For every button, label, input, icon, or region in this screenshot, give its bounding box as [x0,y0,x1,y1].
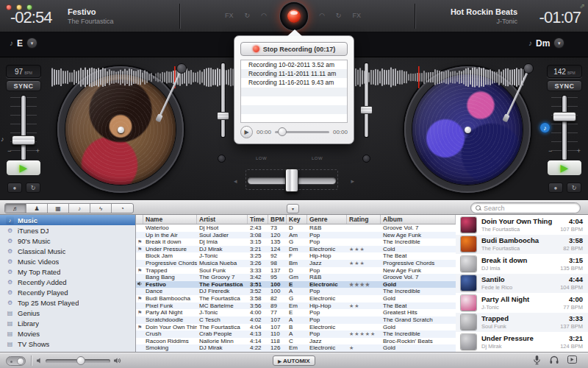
left-loop-button[interactable]: ↻ [26,183,40,193]
preview-scrub-track[interactable] [275,131,329,133]
queue-item[interactable]: Under PressureDj Mirak3:21124 BPM [456,332,588,352]
table-row[interactable]: ScratchdoodleC Tesch4:02107APopThe Grand… [136,316,456,324]
search-field[interactable] [470,202,581,213]
pitch-plus-button[interactable]: + [36,147,40,155]
right-play-button[interactable]: ▶ [547,160,582,176]
table-row[interactable]: ⚑Break it downDj Imia3:15135GPopThe Incr… [136,238,456,246]
table-row[interactable]: Up in the AirSoul Jadler3:08120AmPopNew … [136,232,456,239]
queue-item[interactable]: Doin Your Own ThingThe Fourtastica4:0410… [456,215,588,235]
column-header-name[interactable]: Name [143,215,197,224]
sidebar-item-classical-music[interactable]: ⚙Classical Music [0,246,135,256]
right-channel-fader-thumb[interactable] [360,106,373,114]
tab-genius[interactable]: ϟ [90,204,112,213]
left-key-dropdown-button[interactable]: ▾ [26,38,37,49]
loop-icon[interactable]: ↻ [245,12,251,19]
microphone-button[interactable] [531,355,542,366]
table-row[interactable]: ⚑TrappedSoul Funk3:33137DPopNew Age Funk [136,267,456,275]
pitch-plus-button[interactable]: + [577,147,581,155]
sidebar-item-itunes-dj[interactable]: ⚙iTunes DJ [0,225,135,236]
pitch-minus-button[interactable]: − [7,147,11,155]
sidebar-item-90-s-music[interactable]: ⚙90's Music [0,236,135,246]
volume-slider-track[interactable] [46,359,110,363]
table-row[interactable]: ⚑Budi BamboochaThe Fourtastica3:5882GEle… [136,295,456,302]
headphones-cue-icon[interactable]: ◠ [261,12,267,19]
table-row[interactable]: CrushCrab People4:13110APop★★★★★The Incr… [136,330,456,338]
headphones-cue-icon[interactable]: ◠ [319,12,325,19]
right-keylock-icon[interactable]: ♪ [539,122,551,133]
stop-recording-button[interactable]: Stop Recording (00:17) [240,42,348,56]
preview-play-button[interactable]: ▶ [240,126,253,138]
table-row[interactable]: Progressive ChordsMusica Nueba3:2698BmJa… [136,260,456,267]
tab-artists[interactable]: ♟ [26,204,48,213]
sidebar-item-music-videos[interactable]: ⚙Music Videos [0,256,135,266]
queue-item[interactable]: TrappedSoul Funk3:33137 BPM [456,313,588,333]
crossfader-thumb[interactable] [285,169,298,192]
sidebar-item-my-top-rated[interactable]: ⚙My Top Rated [0,266,135,277]
view-options-dropdown-button[interactable]: ▾ [287,204,299,213]
output-toggle[interactable] [6,356,26,366]
left-channel-fader-thumb[interactable] [217,112,229,120]
search-input[interactable] [484,205,576,212]
sidebar-item-top-25-most-played[interactable]: ⚙Top 25 Most Played [0,297,135,308]
table-row[interactable]: SmokingDJ Mirak4:22126EmElectronic★Gold [136,344,456,352]
sidebar-item-movies[interactable]: ▤Movies [0,328,135,339]
fx-button[interactable]: FX [352,12,361,19]
right-pitch-fader-thumb[interactable] [553,112,576,121]
table-row[interactable]: FestivoThe Fourtastica3:51100EElectronic… [136,281,456,289]
queue-item[interactable]: Break it downDJ Imia3:15135 BPM [456,254,588,274]
loop-icon[interactable]: ↻ [336,12,342,19]
table-row[interactable]: WaterlooDj Hsot2:4373DR&BGroove Vol. 7 [136,224,456,232]
sidebar-item-music[interactable]: ♪Music [0,215,135,225]
table-row[interactable]: Block JamJ-Tonic3:2592FHip-HopThe Beat [136,252,456,260]
table-row[interactable]: ⚑Party All NightJ-Tonic4:0077EPopGreates… [136,309,456,316]
right-key-dropdown-button[interactable]: ▾ [553,38,564,49]
column-header-bpm[interactable]: BPM [268,215,287,224]
fullscreen-icon[interactable]: ⇗ [579,2,585,10]
fx-button[interactable]: FX [225,12,234,19]
sidebar-item-recently-added[interactable]: ⚙Recently Added [0,277,135,287]
left-keylock-icon[interactable]: ♪ [1,135,4,143]
column-header-rating[interactable]: Rating [347,215,381,224]
left-play-button[interactable]: ▶ [6,160,41,176]
tab-music[interactable]: ♬ [5,204,26,213]
left-cue-button[interactable]: ● [7,183,22,193]
queue-item[interactable]: Budi BamboochaThe Fourtastica3:5882 BPM [456,235,588,255]
tab-guitar[interactable]: ♪ [69,204,90,213]
left-pitch-fader[interactable] [21,96,26,160]
column-header-album[interactable]: Album [381,215,456,224]
column-header-time[interactable]: Time [248,215,268,224]
tab-history[interactable]: ◔ [112,204,133,213]
pitch-minus-button[interactable]: − [548,147,552,155]
table-row[interactable]: Racoon RiddimsNallorie Minn4:14118CJazzB… [136,338,456,345]
automix-panel-button[interactable] [566,355,578,366]
headphones-button[interactable] [548,355,560,366]
queue-item[interactable]: Party All NightJ-Tonic4:0077 BPM [456,293,588,313]
table-row[interactable]: Pixel FunkMC Bartelme3:5689EmHip-Hop★★Th… [136,302,456,310]
sidebar-item-genius[interactable]: ▤Genius [0,308,135,318]
left-pitch-fader-thumb[interactable] [12,135,35,145]
table-row[interactable]: ⚑Doin Your Own ThingThe Fourtastica4:041… [136,324,456,331]
column-header-artist[interactable]: Artist [197,215,248,224]
recording-item[interactable]: Recording 10-02-2011 3.52 am [241,60,347,69]
right-loop-button[interactable]: ↻ [567,183,581,193]
left-eq-knob[interactable] [218,155,226,163]
queue-item[interactable]: SantiloFede le Rico4:44104 BPM [456,274,588,294]
recording-item[interactable]: Recording 11-16-2011 9.43 am [241,78,347,87]
sidebar-item-library[interactable]: ▤Library [0,318,135,328]
right-eq-knob[interactable] [362,155,370,163]
sidebar-item-recently-played[interactable]: ⚙Recently Played [0,287,135,297]
volume-slider-thumb[interactable] [76,356,85,365]
table-row[interactable]: Bang BangThe Groovy 73:4295GmR&BGroove V… [136,274,456,281]
recording-item[interactable]: Recording 11-11-2011 11.11 am [241,69,347,78]
right-pitch-fader[interactable] [562,96,567,160]
sidebar-item-tv-shows[interactable]: ▤TV Shows [0,339,135,349]
table-row[interactable]: ⚑Under PressureDJ Mirak3:21124DmElectron… [136,246,456,253]
column-header-genre[interactable]: Genre [307,215,347,224]
right-sync-button[interactable]: SYNC [547,80,582,91]
record-button[interactable] [280,2,308,30]
left-sync-button[interactable]: SYNC [6,80,41,91]
preview-scrub-thumb[interactable] [278,127,287,136]
automix-button[interactable]: ▶ AUTOMIX [273,355,315,366]
column-header-key[interactable]: Key [287,215,307,224]
right-cue-button[interactable]: ● [548,183,563,193]
